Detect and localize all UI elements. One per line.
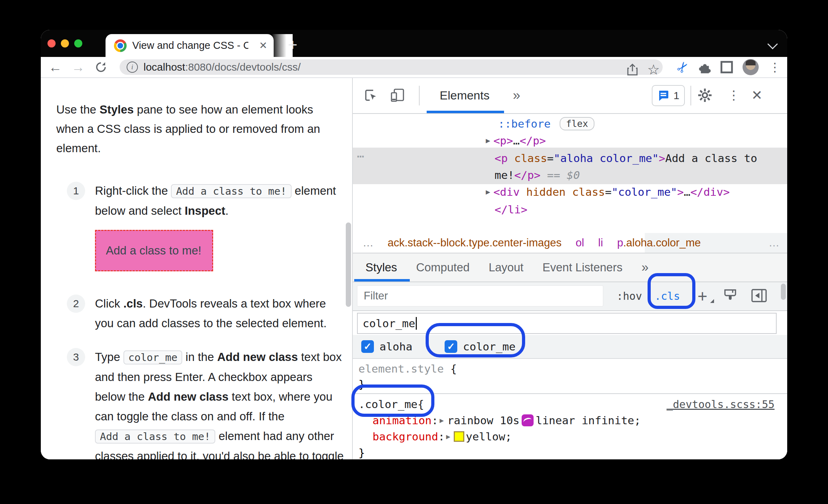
- browser-menu-kebab-icon[interactable]: ⋮: [766, 58, 784, 76]
- content-area: Use the Styles pane to see how an elemen…: [41, 78, 787, 459]
- site-info-icon[interactable]: i: [127, 62, 138, 73]
- share-icon[interactable]: [625, 63, 639, 77]
- back-button[interactable]: ←: [46, 57, 64, 77]
- text-cursor: [416, 317, 417, 330]
- toggle-element-classes-button[interactable]: .cls: [655, 282, 680, 310]
- toolbar-separator-2: [690, 86, 691, 105]
- step-1-number: 1: [67, 182, 85, 200]
- tutorial-pane: Use the Styles pane to see how an elemen…: [41, 78, 353, 459]
- color-me-checkbox-label[interactable]: color_me: [463, 340, 515, 353]
- styles-filter-input[interactable]: [357, 285, 603, 306]
- devtools-panel: Elements » 1 ⋮ ✕: [353, 78, 787, 459]
- extensions-puzzle-icon[interactable]: [696, 58, 713, 76]
- title-bar: View and change CSS - Chrom ✕ +: [41, 30, 787, 57]
- reload-button[interactable]: [92, 57, 110, 77]
- minimize-traffic-light[interactable]: [61, 39, 69, 47]
- profile-avatar[interactable]: [743, 59, 759, 75]
- tab-close-icon[interactable]: ✕: [259, 41, 267, 51]
- step-3-text: Type color_me in the Add new class text …: [95, 347, 344, 459]
- step-1-text: Right-click the Add a class to me! eleme…: [95, 184, 336, 217]
- animation-property-line[interactable]: animation: ▶rainbow 10slinear infinite;: [358, 412, 787, 428]
- color-me-rule-section[interactable]: .color_me { _devtools.scss:55 animation:…: [353, 394, 787, 459]
- tutorial-steps: 1 Right-click the Add a class to me! ele…: [56, 181, 352, 459]
- rendering-brush-icon[interactable]: [722, 288, 738, 304]
- aloha-checkbox-label[interactable]: aloha: [380, 340, 412, 353]
- element-style-open: element.style {: [358, 361, 787, 376]
- sidebar-toggle-icon[interactable]: [751, 289, 767, 303]
- address-bar[interactable]: i localhost:8080/docs/devtools/css/ ☆: [120, 59, 663, 75]
- step-2-text: Click .cls. DevTools reveals a text box …: [95, 294, 344, 333]
- class-input-value: color_me: [363, 317, 415, 330]
- device-toolbar-icon[interactable]: [389, 87, 406, 103]
- forward-button[interactable]: →: [69, 57, 87, 77]
- toolbar-separator: [419, 86, 420, 105]
- tab-event-listeners[interactable]: Event Listeners: [542, 261, 622, 274]
- dom-line-selected-2[interactable]: me!</p> == $0: [495, 167, 580, 183]
- tab-layout[interactable]: Layout: [489, 261, 523, 274]
- new-style-rule-dropdown-icon[interactable]: [710, 299, 714, 303]
- styles-subtabs: Styles Computed Layout Event Listeners »: [353, 253, 787, 282]
- node-overflow-dots[interactable]: ⋯: [357, 149, 364, 163]
- new-tab-button[interactable]: +: [283, 35, 302, 54]
- browser-toolbar: ← → i localhost:8080/docs/devtools/css/ …: [41, 57, 787, 78]
- add-new-class-input[interactable]: color_me: [357, 313, 777, 334]
- scissors-extension-icon[interactable]: ✂: [670, 55, 695, 79]
- element-classes-row: ✓ aloha ✓ color_me: [353, 335, 787, 359]
- stylesheet-source-link[interactable]: _devtools.scss:55: [667, 398, 775, 411]
- styles-scrollbar-thumb[interactable]: [781, 284, 786, 300]
- step-2-number: 2: [67, 295, 85, 313]
- tab-search-chevron-icon[interactable]: [768, 39, 778, 50]
- element-style-section[interactable]: element.style { }: [353, 359, 787, 394]
- background-property-line[interactable]: background: ▶yellow;: [358, 428, 787, 445]
- url-path: :8080/docs/devtools/css/: [185, 61, 301, 73]
- devtools-tabbar: Elements » 1 ⋮ ✕: [353, 78, 787, 114]
- add-class-demo-element[interactable]: Add a class to me!: [95, 230, 213, 271]
- tab-computed[interactable]: Computed: [416, 261, 470, 274]
- aloha-checkbox[interactable]: ✓: [361, 340, 374, 353]
- bookmark-star-icon[interactable]: ☆: [647, 63, 661, 77]
- dom-line-p-collapsed[interactable]: ▶<p>…</p>: [486, 132, 546, 149]
- rule-close-brace: }: [358, 445, 787, 459]
- dom-tree: ⋯ ::beforeflex ▶<p>…</p> <p class="aloha…: [353, 114, 787, 233]
- inspect-element-icon[interactable]: [363, 88, 379, 103]
- devtools-close-icon[interactable]: ✕: [748, 86, 766, 104]
- dom-line-li-close[interactable]: </li>: [495, 201, 527, 218]
- step-1: 1 Right-click the Add a class to me! ele…: [56, 181, 352, 280]
- chrome-favicon-icon: [114, 39, 127, 52]
- close-traffic-light[interactable]: [47, 39, 56, 47]
- devtools-menu-kebab-icon[interactable]: ⋮: [725, 86, 743, 104]
- url-host: localhost: [144, 61, 185, 73]
- browser-tab[interactable]: View and change CSS - Chrom ✕: [106, 34, 274, 57]
- tutorial-intro: Use the Styles pane to see how an elemen…: [56, 100, 338, 158]
- styles-filter-row: :hov .cls +: [353, 282, 787, 311]
- color-me-checkbox[interactable]: ✓: [445, 340, 457, 353]
- zoom-traffic-light[interactable]: [74, 39, 82, 47]
- styles-tab-underline: [354, 279, 410, 282]
- step-3: 3 Type color_me in the Add new class tex…: [56, 347, 352, 459]
- tab-styles[interactable]: Styles: [365, 261, 397, 274]
- screenshot-canvas: View and change CSS - Chrom ✕ + ← → i lo…: [0, 0, 828, 504]
- breadcrumb-items[interactable]: …ack.stack--block.type.center-imagesolli…: [363, 237, 787, 249]
- url-text: localhost:8080/docs/devtools/css/: [144, 61, 301, 73]
- more-subtabs-chevron[interactable]: »: [642, 260, 649, 275]
- issues-counter-button[interactable]: 1: [652, 85, 685, 106]
- add-new-class-row: color_me: [353, 311, 787, 335]
- tab-elements[interactable]: Elements: [440, 78, 490, 112]
- dom-line-div-hidden[interactable]: ▶<div hidden class="color_me">…</div>: [486, 183, 730, 200]
- new-style-rule-button[interactable]: +: [693, 282, 712, 310]
- step-3-number: 3: [67, 348, 85, 366]
- dom-line-before-pseudo[interactable]: ::beforeflex: [498, 115, 594, 132]
- page-scrollbar-thumb[interactable]: [346, 222, 351, 307]
- tab-title: View and change CSS - Chrom: [132, 40, 248, 51]
- more-panels-chevron[interactable]: »: [513, 78, 520, 112]
- side-panel-icon[interactable]: [718, 58, 735, 76]
- elements-tab-underline: [427, 111, 504, 113]
- devtools-settings-gear-icon[interactable]: [697, 87, 713, 103]
- toggle-hover-state-button[interactable]: :hov: [617, 282, 642, 310]
- issues-count: 1: [674, 90, 680, 102]
- issues-bubble-icon: [657, 90, 669, 102]
- step-2: 2 Click .cls. DevTools reveals a text bo…: [56, 294, 352, 333]
- breadcrumb[interactable]: …ack.stack--block.type.center-imagesolli…: [353, 233, 787, 253]
- browser-window: View and change CSS - Chrom ✕ + ← → i lo…: [41, 30, 787, 459]
- dom-line-selected-1[interactable]: <p class="aloha color_me">Add a class to: [495, 150, 757, 167]
